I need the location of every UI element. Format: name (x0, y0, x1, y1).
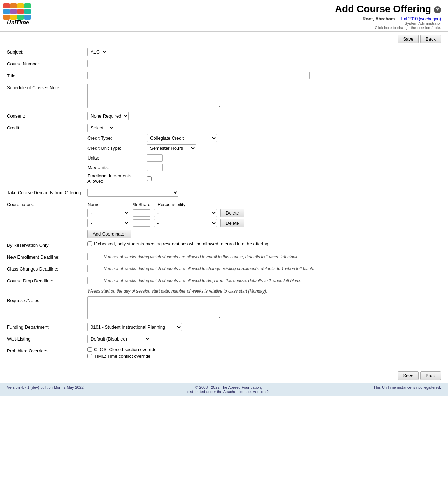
course-drop-label: Course Drop Deadline: (7, 277, 88, 283)
take-demands-row: Take Course Demands from Offering: (7, 189, 441, 198)
title-input[interactable] (88, 72, 310, 79)
unitime-logo: UniTime (7, 20, 29, 26)
schedule-note-control (88, 84, 441, 109)
logo-blocks (4, 3, 31, 20)
prohibited-row: Prohibited Overrides: CLOS: Closed secti… (7, 347, 441, 359)
title-row: Title: (7, 72, 441, 81)
coord-resp-select-1[interactable]: - (154, 209, 217, 217)
credit-type-select[interactable]: Collegiate Credit (147, 134, 217, 142)
course-number-row: Course Number: (7, 60, 441, 69)
class-changes-input[interactable] (88, 265, 102, 272)
back-button-top[interactable]: Back (420, 35, 441, 43)
logo-area: UniTime (4, 3, 33, 26)
save-button-top[interactable]: Save (398, 35, 419, 43)
bottom-toolbar: Save Back (0, 369, 448, 383)
course-drop-row: Course Drop Deadline: Number of weeks du… (7, 277, 441, 286)
max-units-input[interactable] (147, 164, 163, 171)
max-units-label: Max Units: (88, 165, 147, 170)
credit-unit-select[interactable]: Semester Hours (147, 144, 196, 152)
clos-label: CLOS: Closed section override (94, 347, 156, 352)
fractional-row: Fractional Increments Allowed: (88, 173, 441, 184)
class-changes-row: Class Changes Deadline: Number of weeks … (7, 265, 441, 274)
units-input[interactable] (147, 154, 163, 162)
help-icon[interactable]: ? (434, 6, 441, 13)
title-control (88, 72, 441, 79)
subject-label: Subject: (7, 48, 88, 55)
credit-row: Credit: Select... Credit Type: Collegiat… (7, 124, 441, 186)
coordinators-label: Coordinators: (7, 201, 88, 207)
coord-resp-select-2[interactable]: - (154, 219, 217, 227)
class-changes-control: Number of weeks during which students ar… (88, 265, 441, 272)
subject-select[interactable]: ALG (88, 48, 107, 56)
coord-share-header: % Share (133, 202, 154, 207)
footer-center: © 2008 - 2022 The Apereo Foundation, dis… (187, 385, 270, 394)
add-coordinator-container: Add Coordinator (88, 230, 441, 238)
credit-type-label: Credit Type: (88, 135, 147, 141)
coord-row-1: - - Delete (88, 209, 441, 217)
coord-name-select-2[interactable]: - (88, 219, 130, 227)
add-coordinator-button[interactable]: Add Coordinator (88, 230, 131, 238)
subject-row: Subject: ALG (7, 48, 441, 57)
class-changes-note: Number of weeks during which students ar… (104, 266, 314, 271)
time-checkbox[interactable] (88, 354, 92, 358)
units-label: Units: (88, 155, 147, 161)
requests-row: Requests/Notes: (7, 296, 441, 320)
delete-button-2[interactable]: Delete (220, 219, 244, 227)
by-reservation-checkbox[interactable] (88, 241, 92, 246)
coord-header: Name % Share Responsibility (88, 202, 441, 207)
class-changes-label: Class Changes Deadline: (7, 265, 88, 272)
funding-dept-select[interactable]: 0101 - Student Instructional Planning (88, 323, 182, 331)
new-enrollment-input[interactable] (88, 253, 102, 260)
funding-dept-row: Funding Department: 0101 - Student Instr… (7, 323, 441, 332)
coord-share-input-1[interactable] (133, 209, 150, 217)
coord-share-input-2[interactable] (133, 219, 150, 227)
course-number-input[interactable] (88, 60, 180, 67)
weeks-note: Weeks start on the day of session start … (88, 289, 441, 294)
course-number-label: Course Number: (7, 60, 88, 66)
units-row: Units: (88, 154, 441, 162)
requests-textarea[interactable] (88, 296, 220, 319)
take-demands-label: Take Course Demands from Offering: (7, 189, 88, 195)
wait-listing-select[interactable]: Default (Disabled) (88, 335, 150, 343)
user-info: Root, Abraham Fal 2010 (woebegon) System… (335, 16, 441, 30)
coordinators-control: Name % Share Responsibility - - Delete (88, 201, 441, 238)
course-drop-control: Number of weeks during which students ar… (88, 277, 441, 284)
coordinators-table: Name % Share Responsibility - - Delete (88, 202, 441, 238)
coord-row-2: - - Delete (88, 219, 441, 227)
credit-unit-row: Credit Unit Type: Semester Hours (88, 144, 441, 152)
by-reservation-control: If checked, only students meeting reserv… (88, 241, 441, 246)
clos-checkbox[interactable] (88, 347, 92, 352)
coord-name-select-1[interactable]: - (88, 209, 130, 217)
top-toolbar: Save Back (0, 32, 448, 46)
by-reservation-label: By Reservation Only: (7, 241, 88, 248)
funding-dept-control: 0101 - Student Instructional Planning (88, 323, 441, 331)
back-button-bottom[interactable]: Back (420, 371, 441, 380)
footer: Version 4.7.1 (dev) built on Mon, 2 May … (0, 383, 448, 396)
session-link[interactable]: Fal 2010 (woebegon) (401, 16, 441, 21)
by-reservation-note: If checked, only students meeting reserv… (94, 241, 270, 246)
take-demands-select[interactable] (88, 189, 178, 197)
consent-select[interactable]: None Required (88, 112, 129, 120)
schedule-note-textarea[interactable] (88, 84, 220, 108)
credit-select[interactable]: Select... (88, 124, 114, 132)
consent-row: Consent: None Required (7, 112, 441, 121)
fractional-checkbox[interactable] (147, 176, 152, 181)
wait-listing-control: Default (Disabled) (88, 335, 441, 343)
coord-name-header: Name (88, 202, 130, 207)
requests-label: Requests/Notes: (7, 296, 88, 303)
schedule-note-row: Schedule of Classes Note: (7, 84, 441, 109)
wait-listing-label: Wait-Listing: (7, 335, 88, 342)
delete-button-1[interactable]: Delete (220, 209, 244, 217)
course-drop-input[interactable] (88, 277, 102, 284)
page-title: Add Course Offering ? (335, 3, 441, 15)
schedule-note-label: Schedule of Classes Note: (7, 84, 88, 90)
footer-center-line2: distributed under the Apache License, Ve… (187, 390, 270, 394)
time-label: TIME: Time conflict override (94, 353, 150, 359)
header-right: Add Course Offering ? Root, Abraham Fal … (335, 3, 441, 30)
credit-unit-label: Credit Unit Type: (88, 146, 147, 151)
new-enrollment-note: Number of weeks during which students ar… (104, 254, 299, 259)
time-row: TIME: Time conflict override (88, 353, 441, 359)
credit-label: Credit: (7, 124, 88, 131)
credit-control: Select... Credit Type: Collegiate Credit… (88, 124, 441, 186)
save-button-bottom[interactable]: Save (398, 371, 419, 380)
